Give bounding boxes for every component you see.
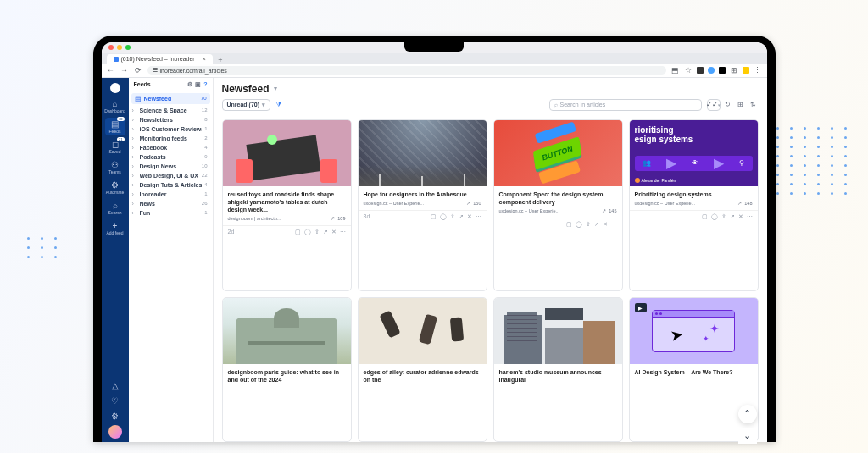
dismiss-icon[interactable]: ✕	[738, 213, 743, 220]
read-later-icon[interactable]: ◯	[711, 213, 718, 220]
upload-icon[interactable]: ⇪	[450, 213, 455, 220]
folder-name: Monitoring feeds	[140, 135, 203, 141]
article-card[interactable]: edges of ailey: curator adrienne edwards…	[358, 297, 487, 441]
site-info-icon[interactable]: ☰	[153, 67, 158, 74]
sidebar-folder[interactable]: › Inoreader 1	[129, 190, 213, 199]
sidebar-folder[interactable]: › iOS Customer Reviews 1	[129, 124, 213, 134]
more-icon[interactable]: ⋯	[747, 213, 753, 220]
more-icon[interactable]: ⋯	[476, 213, 481, 220]
bookmark-icon[interactable]: ▢	[431, 213, 437, 220]
sidebar-folder[interactable]: › Web Design, UI & UX 22	[129, 171, 213, 180]
share-stat-icon: ↗	[737, 201, 742, 206]
new-tab-button[interactable]: +	[216, 56, 225, 64]
chevron-right-icon: ›	[132, 173, 137, 179]
rail-settings[interactable]: ⚙	[105, 410, 125, 423]
extensions-menu-icon[interactable]: ⊞	[730, 66, 738, 75]
sidebar-folder[interactable]: › Newsletters 8	[129, 115, 213, 124]
forward-button[interactable]: →	[120, 66, 129, 75]
search-input[interactable]: ⌕ Search in articles	[549, 99, 702, 111]
back-button[interactable]: ←	[107, 66, 115, 75]
sidebar-item-newsfeed[interactable]: ▤ Newsfeed 70	[131, 93, 210, 104]
article-card[interactable]: rioritisingesign systems 👥▶👁▶⚲ Alexander…	[629, 119, 759, 292]
window-maximize[interactable]	[125, 45, 131, 50]
address-bar[interactable]: ☰ inoreader.com/all_articles	[147, 66, 666, 75]
dismiss-icon[interactable]: ✕	[331, 229, 337, 235]
sidebar-folder[interactable]: › Facebook 4	[129, 143, 213, 152]
bookmark-icon[interactable]: ▢	[702, 213, 708, 220]
card-source: designboom | architectu...	[228, 216, 281, 221]
sidebar-folder[interactable]: › Monitoring feeds 2	[129, 134, 213, 143]
mark-read-button[interactable]: ✓✓ ▾	[707, 99, 721, 111]
sidebar-folder[interactable]: › Design News 10	[129, 162, 213, 171]
browser-menu-icon[interactable]: ⋮	[754, 66, 762, 75]
extension-1[interactable]	[697, 67, 704, 74]
article-card[interactable]: reused toys and roadside finds shape shi…	[222, 119, 352, 292]
unread-filter-button[interactable]: Unread (70) ▾	[222, 99, 271, 111]
bookmark-icon[interactable]: ▢	[295, 229, 301, 235]
bookmark-icon[interactable]: ▢	[566, 221, 572, 228]
sort-icon[interactable]: ⇅	[748, 99, 759, 111]
sidebar-folder[interactable]: › Design Tuts & Articles 4	[129, 180, 213, 190]
rail-dashboard[interactable]: ⌂Dashboard	[105, 97, 125, 115]
upload-icon[interactable]: ⇪	[586, 221, 591, 228]
user-avatar[interactable]	[108, 425, 122, 439]
rail-add-feed[interactable]: +Add feed	[105, 219, 125, 237]
folder-add-icon[interactable]: ▣	[195, 81, 201, 88]
filter-icon[interactable]: ⧩	[275, 100, 282, 109]
tab-close-icon[interactable]: ×	[203, 56, 206, 62]
bookmark-star-icon[interactable]: ☆	[684, 66, 693, 75]
rail-teams[interactable]: ⚇Teams	[105, 158, 125, 176]
card-stat: 148	[744, 201, 752, 206]
read-later-icon[interactable]: ◯	[576, 221, 582, 228]
rail-mute[interactable]: △	[105, 379, 125, 392]
rail-automate[interactable]: ⚙Automate	[105, 179, 125, 196]
open-icon[interactable]: ↗	[730, 213, 735, 220]
sidebar-folder[interactable]: › Podcasts 9	[129, 152, 213, 162]
rail-saved[interactable]: 21◻Saved	[105, 138, 125, 156]
read-later-icon[interactable]: ◯	[440, 213, 447, 220]
read-later-icon[interactable]: ◯	[304, 229, 311, 235]
reload-button[interactable]: ⟳	[134, 66, 142, 75]
extension-4[interactable]	[743, 67, 749, 74]
window-minimize[interactable]	[117, 45, 122, 50]
window-close[interactable]	[108, 45, 114, 50]
gear-icon[interactable]: ⚙	[187, 81, 192, 88]
browser-tab-active[interactable]: (610) Newsfeed – Inoreader ×	[107, 54, 213, 64]
rail-search[interactable]: ⌕Search	[105, 199, 125, 217]
open-icon[interactable]: ↗	[323, 229, 328, 235]
card-thumbnail	[223, 298, 351, 364]
more-icon[interactable]: ⋯	[611, 221, 617, 228]
scroll-top-button[interactable]: ⌃	[738, 405, 757, 423]
rail-notifications[interactable]: ♡	[105, 395, 125, 407]
sidebar-folder[interactable]: › News 26	[129, 199, 213, 208]
card-thumbnail	[359, 298, 487, 364]
rail-feeds[interactable]: 70▤Feeds	[105, 118, 125, 135]
rail-logo[interactable]	[105, 81, 125, 95]
refresh-icon[interactable]: ↻	[723, 99, 733, 111]
grid-view-icon[interactable]: ⊞	[736, 99, 746, 111]
folder-count: 4	[204, 145, 207, 150]
dismiss-icon[interactable]: ✕	[603, 221, 608, 228]
article-card[interactable]: ▶ ➤ ✦ ✦ AI Design System – Are We There?	[629, 297, 759, 441]
upload-icon[interactable]: ⇪	[721, 213, 726, 220]
expand-button[interactable]: ⌄	[738, 428, 757, 444]
title-dropdown-icon[interactable]: ▾	[274, 85, 277, 92]
sidebar-folder[interactable]: › Science & Space 12	[129, 106, 213, 115]
article-card[interactable]: BUTTON Component Spec: the design system…	[493, 119, 623, 292]
article-card[interactable]: designboom paris guide: what to see in a…	[222, 297, 352, 441]
upload-icon[interactable]: ⇪	[314, 229, 320, 235]
install-icon[interactable]: ⬒	[671, 66, 680, 75]
open-icon[interactable]: ↗	[459, 213, 464, 220]
article-card[interactable]: harlem's studio museum announces inaugur…	[493, 297, 623, 441]
help-icon[interactable]: ?	[203, 81, 207, 88]
sidebar-folder[interactable]: › Fun 1	[129, 208, 213, 218]
folder-name: Podcasts	[140, 154, 203, 160]
open-icon[interactable]: ↗	[594, 221, 599, 228]
article-card[interactable]: Hope for designers in the Arabesqueuxdes…	[358, 119, 487, 292]
extension-2[interactable]	[708, 67, 715, 74]
more-icon[interactable]: ⋯	[340, 229, 346, 235]
extension-3[interactable]	[719, 67, 726, 74]
sidebar-newsfeed-label: Newsfeed	[144, 96, 198, 102]
dismiss-icon[interactable]: ✕	[467, 213, 472, 220]
folder-count: 1	[204, 210, 207, 215]
